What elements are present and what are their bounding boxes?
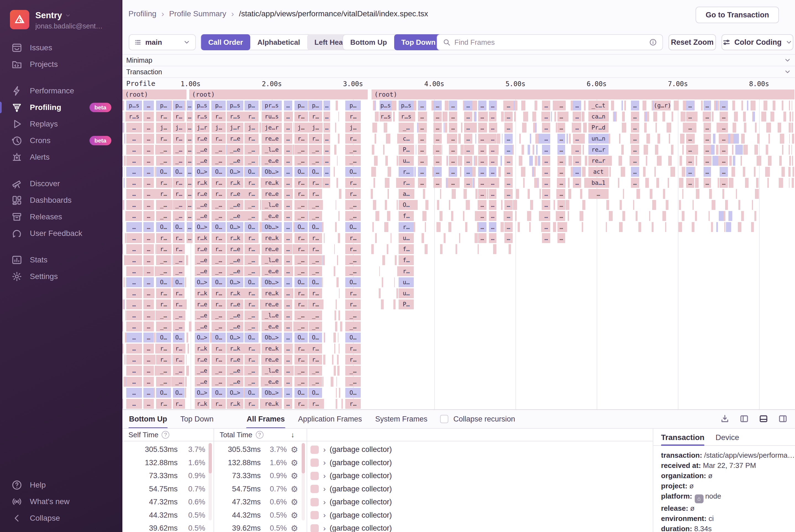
- flame-cell[interactable]: …: [126, 332, 142, 343]
- flame-cell[interactable]: r…: [345, 189, 361, 199]
- flame-cell[interactable]: _…: [212, 156, 226, 166]
- flame-cell[interactable]: r…: [244, 344, 259, 354]
- flame-cell[interactable]: [259, 244, 260, 254]
- flame-cell[interactable]: …: [144, 355, 154, 365]
- flame-cell[interactable]: [623, 189, 624, 199]
- flame-cell[interactable]: [779, 178, 783, 188]
- flame-cell[interactable]: [565, 222, 567, 232]
- flame-cell[interactable]: …: [478, 189, 487, 199]
- flame-cell[interactable]: [532, 167, 534, 177]
- flame-cell[interactable]: [680, 134, 685, 144]
- flame-cell[interactable]: re…e: [262, 244, 282, 254]
- flame-cell[interactable]: c…: [399, 134, 414, 144]
- flame-cell[interactable]: …: [464, 122, 472, 133]
- scrollbar-thumb[interactable]: [209, 443, 212, 473]
- flame-cell[interactable]: O…: [309, 167, 322, 177]
- flame-cell[interactable]: [708, 211, 709, 221]
- flame-cell[interactable]: [585, 156, 587, 166]
- flame-cell[interactable]: O…: [244, 222, 259, 232]
- flame-cell[interactable]: [761, 112, 766, 121]
- flame-cell[interactable]: [747, 100, 748, 111]
- flame-cell[interactable]: r…: [399, 266, 414, 276]
- flame-cell[interactable]: [122, 167, 123, 177]
- flame-cell[interactable]: Ob…>: [262, 277, 282, 287]
- flame-cell[interactable]: …: [449, 100, 457, 111]
- flame-cell[interactable]: [185, 277, 186, 287]
- flame-cell[interactable]: …: [433, 112, 442, 121]
- flame-cell[interactable]: [334, 332, 336, 343]
- flame-cell[interactable]: …: [573, 100, 581, 111]
- flame-cell[interactable]: …: [720, 178, 728, 188]
- flame-cell[interactable]: [751, 100, 756, 111]
- flame-cell[interactable]: [696, 156, 697, 166]
- flame-root-cell[interactable]: (root): [372, 90, 794, 99]
- flame-cell[interactable]: [696, 189, 699, 199]
- flame-cell[interactable]: [743, 145, 748, 155]
- flame-cell[interactable]: [788, 167, 790, 177]
- sidebar-item-dashboards[interactable]: Dashboards: [0, 192, 122, 209]
- flame-cell[interactable]: [387, 211, 390, 221]
- flame-cell[interactable]: [682, 189, 683, 199]
- flame-cell[interactable]: r…: [309, 233, 322, 243]
- flame-cell[interactable]: [768, 178, 769, 188]
- flame-cell[interactable]: un…n: [588, 134, 608, 144]
- flame-cell[interactable]: [535, 156, 537, 166]
- flame-cell[interactable]: r…: [212, 355, 226, 365]
- flame-cell[interactable]: O…: [173, 277, 185, 287]
- table-row[interactable]: ›(garbage collector): [310, 482, 559, 496]
- flame-cell[interactable]: …: [542, 112, 550, 121]
- gear-icon[interactable]: ⚙: [287, 458, 302, 468]
- flame-cell[interactable]: r…: [309, 178, 322, 188]
- flame-cell[interactable]: r…: [156, 300, 171, 309]
- sidebar-item-releases[interactable]: Releases: [0, 209, 122, 225]
- sentry-logo-icon[interactable]: [10, 10, 29, 29]
- view-option-top-down[interactable]: Top Down: [394, 34, 443, 50]
- gear-icon[interactable]: ⚙: [287, 445, 302, 454]
- flame-cell[interactable]: …: [284, 366, 292, 376]
- flame-cell[interactable]: …: [686, 145, 695, 155]
- flame-cell[interactable]: [393, 112, 395, 121]
- flame-cell[interactable]: r…: [295, 399, 308, 409]
- flame-cell[interactable]: O…: [212, 277, 226, 287]
- flame-cell[interactable]: r…: [212, 189, 226, 199]
- flame-cell[interactable]: p…s: [227, 100, 243, 111]
- flame-cell[interactable]: r…: [345, 288, 361, 298]
- flame-cell[interactable]: _…: [244, 200, 259, 210]
- flame-cell[interactable]: …: [557, 222, 565, 232]
- flame-cell[interactable]: _…: [345, 145, 361, 155]
- flame-cell[interactable]: [497, 134, 500, 144]
- flame-cell[interactable]: …: [433, 145, 442, 155]
- flame-cell[interactable]: [732, 167, 735, 177]
- flame-cell[interactable]: r…: [295, 355, 308, 365]
- flame-cell[interactable]: p…s: [195, 100, 209, 111]
- flame-cell[interactable]: _…: [295, 200, 308, 210]
- flame-cell[interactable]: _…: [156, 322, 171, 331]
- flame-cell[interactable]: r…: [309, 300, 322, 309]
- flame-cell[interactable]: …: [126, 266, 142, 276]
- flame-cell[interactable]: _…e: [195, 322, 209, 331]
- layout-right-icon[interactable]: [778, 414, 788, 424]
- flame-cell[interactable]: …: [418, 112, 426, 121]
- flame-cell[interactable]: r…: [345, 112, 361, 121]
- flame-cell[interactable]: [186, 255, 188, 265]
- flame-cell[interactable]: [534, 178, 539, 188]
- flame-cell[interactable]: …: [573, 112, 581, 121]
- flame-cell[interactable]: [339, 189, 341, 199]
- flame-cell[interactable]: _…: [345, 255, 361, 265]
- flame-cell[interactable]: O…>: [195, 277, 209, 287]
- flame-cell[interactable]: [338, 134, 340, 144]
- flame-cell[interactable]: Ob…>: [262, 388, 282, 398]
- flame-cell[interactable]: [655, 145, 659, 155]
- sidebar-item-what-s-new[interactable]: What's new: [0, 493, 122, 510]
- flame-cell[interactable]: re…e: [262, 300, 282, 309]
- flame-cell[interactable]: _…e: [227, 322, 243, 331]
- flame-cell[interactable]: [701, 100, 703, 111]
- flame-cell[interactable]: [259, 355, 260, 365]
- flame-cell[interactable]: [475, 233, 478, 243]
- flame-cell[interactable]: …: [449, 134, 457, 144]
- table-row[interactable]: 305.53ms3.7%⚙: [216, 443, 302, 456]
- flame-cell[interactable]: …: [478, 122, 487, 133]
- flame-cell[interactable]: _…: [156, 255, 171, 265]
- flame-cell[interactable]: [741, 100, 743, 111]
- flame-cell[interactable]: O…: [173, 332, 185, 343]
